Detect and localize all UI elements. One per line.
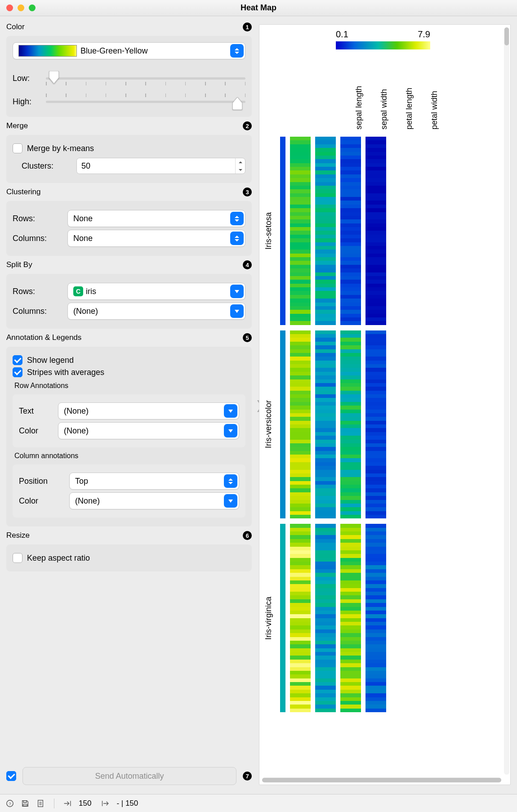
show-legend-checkbox[interactable] xyxy=(13,355,22,365)
column-label: sepal length xyxy=(348,67,369,129)
split-section-label: Split By xyxy=(6,260,32,269)
clust-rows-label: Rows: xyxy=(13,214,62,223)
split-cols-select[interactable]: (None) xyxy=(67,303,245,320)
clusters-spinbox[interactable] xyxy=(76,158,245,174)
row-anno-color-value: (None) xyxy=(64,426,89,436)
updown-icon xyxy=(230,212,244,225)
palette-name: Blue-Green-Yellow xyxy=(80,46,147,56)
updown-icon xyxy=(230,232,244,245)
categorical-badge-icon: C xyxy=(73,286,83,296)
keep-aspect-checkbox[interactable] xyxy=(13,553,22,563)
heatmap-column xyxy=(365,330,386,519)
row-group-label: Iris-setosa xyxy=(264,212,276,250)
col-anno-title: Column annotations xyxy=(14,452,245,460)
col-anno-pos-label: Position xyxy=(19,477,64,486)
clustering-section-label: Clustering xyxy=(6,187,41,196)
row-anno-color-label: Color xyxy=(19,426,53,436)
clust-rows-select[interactable]: None xyxy=(67,210,245,227)
heatmap-column xyxy=(315,524,336,712)
chevron-down-icon xyxy=(230,285,244,298)
vertical-scrollbar[interactable] xyxy=(504,27,509,775)
color-section-label: Color xyxy=(6,22,25,31)
horizontal-scrollbar[interactable] xyxy=(262,777,501,783)
keep-aspect-label: Keep aspect ratio xyxy=(27,553,90,563)
merge-section-label: Merge xyxy=(6,121,28,130)
row-anno-title: Row Annotations xyxy=(14,382,245,390)
clust-cols-select[interactable]: None xyxy=(67,230,245,247)
split-rows-label: Rows: xyxy=(13,287,62,296)
col-anno-pos-value: Top xyxy=(75,477,88,486)
high-label: High: xyxy=(13,97,40,107)
split-rows-select[interactable]: C iris xyxy=(67,283,245,300)
info-badge-1: 1 xyxy=(243,22,252,31)
merge-kmeans-checkbox[interactable] xyxy=(13,143,22,153)
heatmap-column xyxy=(340,137,361,325)
row-anno-box: Text (None) Color (None) xyxy=(13,394,245,447)
chevron-down-icon xyxy=(224,404,237,418)
average-stripe xyxy=(280,137,285,325)
send-button-label: Send Automatically xyxy=(95,772,164,781)
output-icon xyxy=(101,799,110,808)
row-anno-text-label: Text xyxy=(19,406,53,416)
chevron-down-icon xyxy=(224,494,237,508)
column-label: sepal width xyxy=(374,67,394,129)
heatmap-column xyxy=(290,330,311,519)
low-slider-thumb[interactable] xyxy=(49,71,59,84)
high-slider[interactable] xyxy=(46,93,245,111)
stripes-label: Stripes with averages xyxy=(27,368,104,377)
clust-cols-label: Columns: xyxy=(13,234,62,243)
heatmap-column xyxy=(290,137,311,325)
row-anno-text-select[interactable]: (None) xyxy=(58,402,239,419)
clusters-step-up[interactable] xyxy=(236,158,245,166)
stripes-checkbox[interactable] xyxy=(13,367,22,377)
row-anno-color-select[interactable]: (None) xyxy=(58,422,239,439)
control-panel: Color 1 Blue-Green-Yellow Low: H xyxy=(0,16,256,794)
heatmap-column xyxy=(365,137,386,325)
row-group-label: Iris-versicolor xyxy=(264,400,276,448)
legend-min: 0.1 xyxy=(336,29,348,40)
split-rows-value: iris xyxy=(86,287,96,296)
column-label: petal length xyxy=(399,67,419,129)
save-icon[interactable] xyxy=(21,799,30,808)
color-group: Blue-Green-Yellow Low: High: xyxy=(6,36,252,117)
resize-section-label: Resize xyxy=(6,531,30,540)
send-auto-checkbox[interactable] xyxy=(6,771,16,781)
color-legend: 0.1 7.9 xyxy=(336,29,430,49)
column-labels: sepal lengthsepal widthpetal lengthpetal… xyxy=(291,62,502,129)
heatmap-column xyxy=(365,524,386,712)
heatmap-row-group: Iris-versicolor xyxy=(264,330,386,519)
anno-group: Show legend Stripes with averages Row An… xyxy=(6,347,252,526)
window-title: Heat Map xyxy=(0,3,517,13)
row-anno-text-value: (None) xyxy=(64,406,89,416)
report-icon[interactable] xyxy=(36,799,45,808)
heatmap-row-group: Iris-virginica xyxy=(264,524,386,712)
legend-max: 7.9 xyxy=(418,29,430,40)
updown-icon xyxy=(230,44,244,58)
split-cols-value: (None) xyxy=(73,307,98,316)
output-count: - | 150 xyxy=(116,799,138,808)
info-badge-3: 3 xyxy=(243,187,252,196)
clusters-input[interactable] xyxy=(77,158,235,174)
col-anno-box: Position Top Color (None) xyxy=(13,464,245,518)
low-slider[interactable] xyxy=(46,69,245,87)
clusters-step-down[interactable] xyxy=(236,166,245,174)
chevron-down-icon xyxy=(230,304,244,318)
col-anno-color-label: Color xyxy=(19,496,64,506)
clust-rows-value: None xyxy=(73,214,93,223)
high-slider-thumb[interactable] xyxy=(232,97,242,110)
merge-kmeans-label: Merge by k-means xyxy=(27,144,94,153)
show-legend-label: Show legend xyxy=(27,356,74,365)
updown-icon xyxy=(224,474,237,488)
col-anno-color-select[interactable]: (None) xyxy=(69,492,239,509)
heatmap-canvas: 0.1 7.9 sepal lengthsepal widthpetal len… xyxy=(259,24,511,785)
heatmap-column xyxy=(290,524,311,712)
heatmap-column xyxy=(315,330,336,519)
info-badge-4: 4 xyxy=(243,260,252,269)
send-automatically-button[interactable]: Send Automatically xyxy=(22,767,236,785)
heatmap-row-group: Iris-setosa xyxy=(264,137,386,325)
help-icon[interactable]: ? xyxy=(5,799,14,808)
color-palette-select[interactable]: Blue-Green-Yellow xyxy=(13,42,245,59)
resize-group: Keep aspect ratio xyxy=(6,544,252,571)
col-anno-pos-select[interactable]: Top xyxy=(69,473,239,490)
legend-gradient xyxy=(336,41,430,49)
